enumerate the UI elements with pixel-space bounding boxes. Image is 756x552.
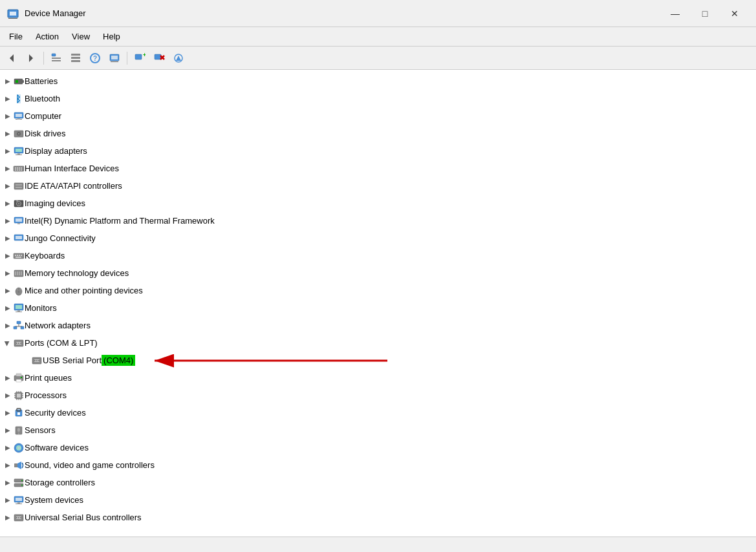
svg-rect-48 [14,183,23,189]
expand-arrow-memory[interactable]: ▶ [3,268,13,279]
tree-item-disk-drives[interactable]: ▶ Disk drives [0,125,756,142]
back-button[interactable] [3,49,21,67]
scan-button[interactable] [169,49,188,67]
svg-rect-101 [17,394,21,398]
list-view-button[interactable] [67,49,85,67]
minimize-button[interactable]: — [660,3,690,24]
tree-item-sound[interactable]: ▶ Sound, video and game controllers [0,456,756,474]
expand-arrow-intel[interactable]: ▶ [3,216,13,226]
tree-item-monitors[interactable]: ▶ Monitors [0,299,756,317]
svg-point-53 [18,202,20,204]
tree-item-network[interactable]: ▶ Network adapters [0,317,756,334]
expand-arrow-monitors[interactable]: ▶ [3,303,13,313]
label-intel: Intel(R) Dynamic Platform and Thermal Fr… [25,216,215,226]
expand-arrow-mice[interactable]: ▶ [3,286,13,296]
svg-rect-63 [19,255,20,256]
tree-item-keyboards[interactable]: ▶ Keyboards [0,247,756,264]
expand-arrow-disk-drives[interactable]: ▶ [3,129,13,139]
expand-arrow-imaging[interactable]: ▶ [3,198,13,209]
expand-arrow-ide[interactable]: ▶ [3,181,13,191]
expand-arrow-security[interactable]: ▶ [3,408,13,418]
expand-arrow-network[interactable]: ▶ [3,321,13,331]
tree-item-ide[interactable]: ▶ IDE ATA/ATAPI controllers [0,177,756,195]
svg-rect-118 [17,428,20,432]
tree-item-storage[interactable]: ▶ Storage controllers [0,474,756,491]
expand-arrow-hid[interactable]: ▶ [3,164,13,174]
svg-rect-80 [21,326,24,329]
menu-help[interactable]: Help [96,29,127,44]
expand-arrow-jungo[interactable]: ▶ [3,233,13,244]
expand-arrow-display-adapters[interactable]: ▶ [3,146,13,156]
icon-intel [13,215,25,227]
svg-rect-29 [16,114,22,117]
svg-rect-119 [18,432,19,434]
tree-item-ports[interactable]: ▶ Ports (COM & LPT) [0,334,756,352]
expand-arrow-computer[interactable]: ▶ [3,111,13,122]
expand-arrow-sound[interactable]: ▶ [3,460,13,471]
svg-rect-44 [15,169,16,171]
menu-view[interactable]: View [65,29,96,44]
tree-item-print-queues[interactable]: ▶ Print queues [0,369,756,387]
tree-item-batteries[interactable]: ▶ Batteries [0,72,756,90]
tree-item-memory[interactable]: ▶ Memory technology devices [0,264,756,282]
icon-usb-serial [31,355,43,366]
device-manager-button[interactable] [105,49,124,67]
label-bluetooth: Bluetooth [25,94,60,103]
tree-item-mice[interactable]: ▶ Mice and other pointing devices [0,282,756,299]
expand-arrow-usb-controllers[interactable]: ▶ [3,513,13,523]
icon-ide [13,180,25,192]
label-disk-drives: Disk drives [25,129,66,138]
svg-rect-79 [14,326,17,329]
device-tree[interactable]: ▶ Batteries ▶ ᛒ Bluetooth [0,70,756,536]
update-driver-button[interactable]: + [131,49,149,67]
expand-arrow-bluetooth[interactable]: ▶ [3,94,13,104]
expand-arrow-storage[interactable]: ▶ [3,478,13,488]
svg-point-86 [16,343,17,344]
svg-rect-16 [135,54,142,59]
expand-arrow-sensors[interactable]: ▶ [3,425,13,436]
tree-item-bluetooth[interactable]: ▶ ᛒ Bluetooth [0,90,756,107]
svg-point-128 [21,484,23,485]
svg-rect-56 [16,218,22,222]
tree-item-hid[interactable]: ▶ Human Interface Devices [0,160,756,177]
tree-item-sensors[interactable]: ▶ Sensors [0,421,756,439]
label-ports: Ports (COM & LPT) [25,338,98,348]
label-batteries: Batteries [25,76,58,86]
expand-arrow-ports[interactable]: ▶ [3,339,13,349]
window-title: Device Manager [25,8,660,18]
svg-rect-50 [16,187,22,188]
svg-rect-98 [16,379,21,382]
menu-file[interactable]: File [3,29,29,44]
tree-item-computer[interactable]: ▶ Computer [0,107,756,125]
tree-item-usb-controllers[interactable]: ▶ Universal Serial Bus controllers [0,509,756,526]
svg-point-93 [38,360,39,361]
uninstall-button[interactable] [150,49,168,67]
svg-rect-37 [17,153,20,154]
svg-text:?: ? [93,55,97,62]
tree-item-software[interactable]: ▶ Software devices [0,439,756,456]
close-button[interactable]: ✕ [720,3,750,24]
expand-arrow-print-queues[interactable]: ▶ [3,373,13,383]
tree-item-display-adapters[interactable]: ▶ Display adapters [0,142,756,160]
expand-arrow-processors[interactable]: ▶ [3,390,13,401]
expand-arrow-batteries[interactable]: ▶ [3,76,13,87]
expand-arrow-system[interactable]: ▶ [3,495,13,505]
menu-action[interactable]: Action [29,29,65,44]
tree-item-processors[interactable]: ▶ Proces [0,387,756,404]
expand-arrow-software[interactable]: ▶ [3,443,13,453]
icon-mice [13,285,25,297]
properties-button[interactable]: ? [86,49,104,67]
tree-item-jungo[interactable]: ▶ Jungo Connectivity [0,229,756,247]
svg-rect-9 [71,57,80,59]
forward-button[interactable] [22,49,40,67]
maximize-button[interactable]: □ [690,3,720,24]
tree-item-intel[interactable]: ▶ Intel(R) Dynamic Platform and Thermal … [0,212,756,229]
tree-item-imaging[interactable]: ▶ Imaging devices [0,195,756,212]
expand-arrow-keyboards[interactable]: ▶ [3,251,13,261]
svg-rect-25 [16,80,18,83]
tree-item-security[interactable]: ▶ Security devices [0,404,756,421]
tree-item-usb-serial[interactable]: ▶ USB Serial Port (COM4) [0,352,756,369]
tree-view-button[interactable] [47,49,65,67]
tree-item-system[interactable]: ▶ System devices [0,491,756,509]
label-ide: IDE ATA/ATAPI controllers [25,181,122,191]
